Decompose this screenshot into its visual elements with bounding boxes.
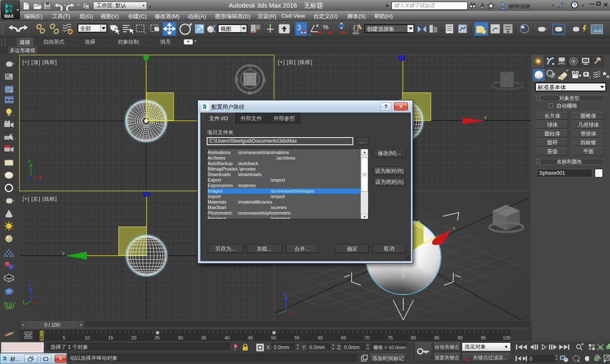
svg-text:65: 65 — [341, 335, 346, 340]
svg-text:标准基本体: 标准基本体 — [537, 84, 566, 91]
svg-text:y: y — [28, 158, 30, 163]
svg-text:15: 15 — [108, 335, 113, 340]
svg-text:z: z — [284, 292, 286, 296]
svg-text:35: 35 — [201, 335, 206, 340]
svg-text:30: 30 — [178, 335, 183, 340]
svg-text:50: 50 — [271, 335, 276, 340]
svg-text:100: 100 — [503, 335, 510, 340]
svg-text:%: % — [323, 23, 328, 30]
svg-text:0: 0 — [530, 356, 532, 362]
svg-text:45: 45 — [248, 335, 253, 340]
svg-text:55: 55 — [294, 335, 299, 340]
svg-text:北: 北 — [248, 66, 252, 70]
svg-text:z: z — [29, 282, 31, 287]
svg-text:0: 0 — [40, 335, 43, 340]
svg-text:20: 20 — [131, 335, 136, 340]
svg-text:75: 75 — [388, 335, 393, 340]
svg-text:MAX: MAX — [4, 14, 14, 19]
svg-text:85: 85 — [434, 335, 439, 340]
svg-text:视图: 视图 — [220, 26, 231, 32]
svg-text:南: 南 — [248, 91, 252, 95]
svg-text:西: 西 — [235, 77, 239, 82]
svg-text:25: 25 — [155, 335, 160, 340]
svg-text:x: x — [453, 225, 455, 230]
svg-text:ABC: ABC — [352, 31, 360, 35]
svg-text:全部: 全部 — [80, 25, 91, 32]
svg-text:y: y — [62, 250, 65, 255]
svg-text:y: y — [22, 299, 25, 304]
svg-text:60: 60 — [318, 335, 323, 340]
svg-text:90: 90 — [458, 335, 463, 340]
svg-text:70: 70 — [364, 335, 369, 340]
svg-text:5: 5 — [63, 335, 65, 340]
svg-text:80: 80 — [411, 335, 416, 340]
svg-text:东: 东 — [262, 77, 266, 82]
svg-text:95: 95 — [481, 335, 486, 340]
svg-text:x: x — [484, 115, 487, 120]
svg-text:40: 40 — [225, 335, 230, 340]
svg-text:3: 3 — [297, 24, 301, 32]
svg-text:10: 10 — [85, 335, 90, 340]
svg-text:创建选择集: 创建选择集 — [367, 26, 394, 32]
